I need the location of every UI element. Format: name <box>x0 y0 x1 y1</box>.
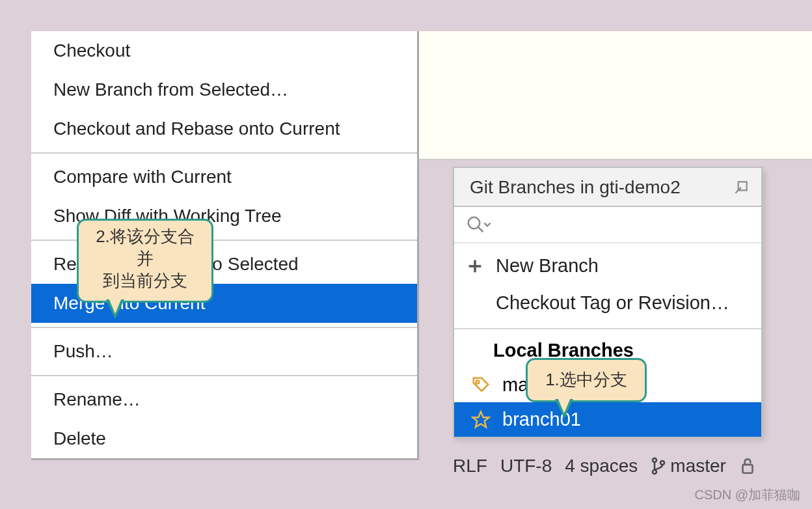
line-ending-indicator[interactable]: RLF <box>453 456 487 476</box>
menu-checkout-rebase-onto-current[interactable]: Checkout and Rebase onto Current <box>31 109 417 148</box>
encoding-indicator[interactable]: UTF-8 <box>500 456 552 476</box>
chevron-down-icon[interactable] <box>483 220 492 229</box>
svg-point-0 <box>468 217 480 229</box>
new-branch-label: New Branch <box>496 255 599 277</box>
git-branch-label: master <box>670 456 726 476</box>
menu-delete[interactable]: Delete <box>31 419 417 458</box>
popup-body: New Branch Checkout Tag or Revision… Loc… <box>454 243 761 437</box>
new-branch-item[interactable]: New Branch <box>454 247 761 284</box>
pin-icon[interactable] <box>733 179 750 196</box>
svg-rect-8 <box>742 465 752 473</box>
menu-rename[interactable]: Rename… <box>31 380 417 419</box>
separator <box>31 152 417 154</box>
tag-icon <box>471 376 491 395</box>
callout-text: 到当前分支 <box>92 270 198 292</box>
svg-point-6 <box>653 470 656 474</box>
separator <box>454 328 761 329</box>
status-bar: RLF UTF-8 4 spaces master <box>453 456 763 476</box>
separator <box>31 375 417 376</box>
menu-checkout[interactable]: Checkout <box>31 31 417 70</box>
lock-icon[interactable] <box>739 456 756 476</box>
callout-merge-tip: 2.将该分支合并 到当前分支 <box>77 219 213 303</box>
star-icon <box>471 410 491 430</box>
popup-title: Git Branches in gti-demo2 <box>470 177 681 198</box>
popup-header: Git Branches in gti-demo2 <box>454 168 761 207</box>
menu-new-branch-from-selected[interactable]: New Branch from Selected… <box>31 70 417 109</box>
menu-compare-with-current[interactable]: Compare with Current <box>31 158 417 197</box>
callout-text: 1.选中分支 <box>541 369 632 391</box>
branch-icon <box>651 456 666 476</box>
indent-indicator[interactable]: 4 spaces <box>565 456 638 476</box>
separator <box>31 327 417 328</box>
branch-selected[interactable]: branch01 <box>454 402 761 437</box>
git-branch-indicator[interactable]: master <box>651 456 726 476</box>
popup-search-row <box>454 207 761 243</box>
svg-point-7 <box>660 461 664 465</box>
watermark: CSDN @加菲猫咖 <box>694 486 800 504</box>
plus-icon <box>466 257 484 275</box>
menu-push[interactable]: Push… <box>31 332 417 371</box>
callout-text: 2.将该分支合并 <box>92 226 198 270</box>
svg-point-5 <box>653 458 656 462</box>
callout-select-branch-tip: 1.选中分支 <box>526 358 647 402</box>
svg-point-4 <box>476 380 480 383</box>
checkout-tag-revision-item[interactable]: Checkout Tag or Revision… <box>454 284 761 322</box>
